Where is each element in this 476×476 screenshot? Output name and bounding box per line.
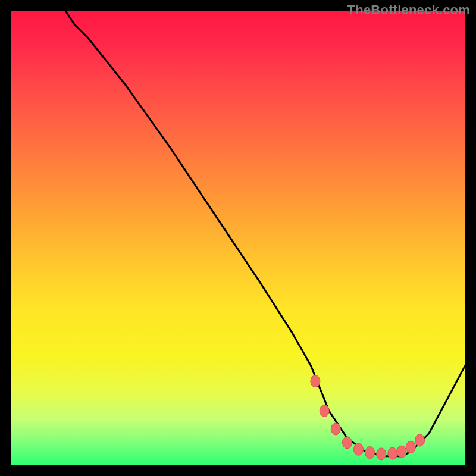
data-marker [377, 448, 386, 460]
data-marker [388, 447, 397, 459]
data-marker [406, 441, 415, 453]
chart-svg [11, 11, 465, 465]
data-marker [354, 443, 364, 455]
data-marker [331, 423, 340, 435]
data-marker [415, 434, 425, 446]
data-marker [342, 437, 352, 449]
chart-container: TheBottleneck.com [0, 0, 476, 476]
line-series [65, 11, 465, 456]
data-marker [320, 405, 329, 416]
data-marker [311, 375, 320, 387]
data-marker [397, 446, 406, 458]
marker-series [311, 375, 425, 460]
curve-path [65, 11, 465, 456]
data-marker [365, 447, 375, 459]
